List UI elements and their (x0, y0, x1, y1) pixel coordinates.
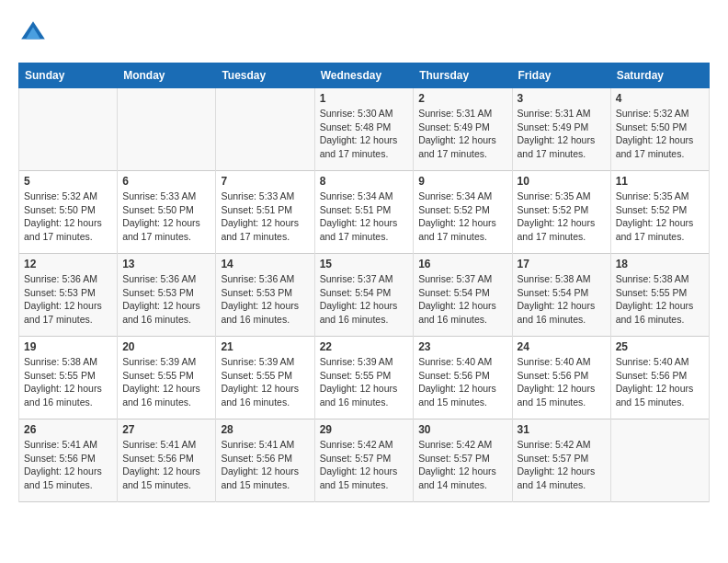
day-number: 28 (221, 423, 309, 436)
day-number: 27 (122, 423, 210, 436)
week-row-3: 12Sunrise: 5:36 AM Sunset: 5:53 PM Dayli… (19, 254, 710, 337)
day-info: Sunrise: 5:30 AM Sunset: 5:48 PM Dayligh… (320, 107, 409, 161)
day-number: 4 (616, 92, 704, 105)
day-info: Sunrise: 5:42 AM Sunset: 5:57 PM Dayligh… (418, 438, 506, 492)
day-info: Sunrise: 5:36 AM Sunset: 5:53 PM Dayligh… (221, 272, 309, 327)
day-info: Sunrise: 5:39 AM Sunset: 5:55 PM Dayligh… (320, 355, 409, 409)
day-number: 14 (221, 258, 309, 270)
day-number: 12 (24, 258, 112, 270)
day-info: Sunrise: 5:38 AM Sunset: 5:54 PM Dayligh… (518, 272, 606, 327)
day-number: 19 (24, 340, 112, 353)
day-number: 11 (616, 175, 704, 188)
weekday-header-wednesday: Wednesday (314, 63, 414, 88)
weekday-header-monday: Monday (118, 63, 216, 88)
calendar-cell: 29Sunrise: 5:42 AM Sunset: 5:57 PM Dayli… (314, 419, 414, 502)
calendar-cell: 24Sunrise: 5:40 AM Sunset: 5:56 PM Dayli… (512, 337, 610, 419)
week-row-1: 1Sunrise: 5:30 AM Sunset: 5:48 PM Daylig… (19, 88, 710, 171)
calendar-cell: 5Sunrise: 5:32 AM Sunset: 5:50 PM Daylig… (19, 171, 118, 254)
calendar-cell (610, 419, 709, 502)
day-number: 15 (320, 258, 409, 270)
calendar-cell: 19Sunrise: 5:38 AM Sunset: 5:55 PM Dayli… (19, 337, 118, 419)
day-info: Sunrise: 5:32 AM Sunset: 5:50 PM Dayligh… (24, 190, 112, 244)
day-number: 23 (418, 340, 506, 353)
day-number: 3 (518, 92, 606, 105)
calendar-cell: 27Sunrise: 5:41 AM Sunset: 5:56 PM Dayli… (118, 419, 216, 502)
day-number: 26 (24, 423, 112, 436)
calendar-cell: 16Sunrise: 5:37 AM Sunset: 5:54 PM Dayli… (414, 254, 512, 337)
weekday-header-tuesday: Tuesday (216, 63, 314, 88)
calendar-cell: 21Sunrise: 5:39 AM Sunset: 5:55 PM Dayli… (216, 337, 314, 419)
calendar-cell: 31Sunrise: 5:42 AM Sunset: 5:57 PM Dayli… (512, 419, 610, 502)
day-number: 21 (221, 340, 309, 353)
day-info: Sunrise: 5:31 AM Sunset: 5:49 PM Dayligh… (518, 107, 606, 161)
day-info: Sunrise: 5:40 AM Sunset: 5:56 PM Dayligh… (518, 355, 606, 409)
day-number: 20 (122, 340, 210, 353)
day-info: Sunrise: 5:37 AM Sunset: 5:54 PM Dayligh… (320, 272, 409, 327)
calendar-cell: 1Sunrise: 5:30 AM Sunset: 5:48 PM Daylig… (314, 88, 414, 171)
calendar-cell: 13Sunrise: 5:36 AM Sunset: 5:53 PM Dayli… (118, 254, 216, 337)
calendar-table: SundayMondayTuesdayWednesdayThursdayFrid… (18, 63, 710, 502)
calendar-cell: 3Sunrise: 5:31 AM Sunset: 5:49 PM Daylig… (512, 88, 610, 171)
day-info: Sunrise: 5:42 AM Sunset: 5:57 PM Dayligh… (518, 438, 606, 492)
day-info: Sunrise: 5:36 AM Sunset: 5:53 PM Dayligh… (122, 272, 210, 327)
day-number: 24 (518, 340, 606, 353)
calendar-cell (216, 88, 314, 171)
day-number: 22 (320, 340, 409, 353)
day-number: 17 (518, 258, 606, 270)
day-number: 2 (418, 92, 506, 105)
calendar-cell: 7Sunrise: 5:33 AM Sunset: 5:51 PM Daylig… (216, 171, 314, 254)
day-info: Sunrise: 5:33 AM Sunset: 5:50 PM Dayligh… (122, 190, 210, 244)
calendar-cell: 8Sunrise: 5:34 AM Sunset: 5:51 PM Daylig… (314, 171, 414, 254)
calendar-cell: 23Sunrise: 5:40 AM Sunset: 5:56 PM Dayli… (414, 337, 512, 419)
day-info: Sunrise: 5:42 AM Sunset: 5:57 PM Dayligh… (320, 438, 409, 492)
calendar-cell (118, 88, 216, 171)
day-info: Sunrise: 5:38 AM Sunset: 5:55 PM Dayligh… (616, 272, 704, 327)
day-info: Sunrise: 5:41 AM Sunset: 5:56 PM Dayligh… (24, 438, 112, 492)
calendar-body: 1Sunrise: 5:30 AM Sunset: 5:48 PM Daylig… (19, 88, 710, 502)
calendar-cell: 2Sunrise: 5:31 AM Sunset: 5:49 PM Daylig… (414, 88, 512, 171)
day-number: 5 (24, 175, 112, 188)
calendar-cell: 11Sunrise: 5:35 AM Sunset: 5:52 PM Dayli… (610, 171, 709, 254)
day-info: Sunrise: 5:31 AM Sunset: 5:49 PM Dayligh… (418, 107, 506, 161)
day-number: 18 (616, 258, 704, 270)
calendar-header: SundayMondayTuesdayWednesdayThursdayFrid… (19, 63, 710, 88)
weekday-header-sunday: Sunday (19, 63, 118, 88)
calendar-cell: 4Sunrise: 5:32 AM Sunset: 5:50 PM Daylig… (610, 88, 709, 171)
day-number: 13 (122, 258, 210, 270)
logo-icon (18, 18, 48, 48)
day-info: Sunrise: 5:40 AM Sunset: 5:56 PM Dayligh… (616, 355, 704, 409)
day-info: Sunrise: 5:37 AM Sunset: 5:54 PM Dayligh… (418, 272, 506, 327)
calendar-cell: 26Sunrise: 5:41 AM Sunset: 5:56 PM Dayli… (19, 419, 118, 502)
day-info: Sunrise: 5:41 AM Sunset: 5:56 PM Dayligh… (221, 438, 309, 492)
day-number: 1 (320, 92, 409, 105)
calendar-cell: 10Sunrise: 5:35 AM Sunset: 5:52 PM Dayli… (512, 171, 610, 254)
day-info: Sunrise: 5:35 AM Sunset: 5:52 PM Dayligh… (616, 190, 704, 244)
day-info: Sunrise: 5:39 AM Sunset: 5:55 PM Dayligh… (221, 355, 309, 409)
weekday-header-thursday: Thursday (414, 63, 512, 88)
day-number: 6 (122, 175, 210, 188)
calendar-cell: 15Sunrise: 5:37 AM Sunset: 5:54 PM Dayli… (314, 254, 414, 337)
day-info: Sunrise: 5:34 AM Sunset: 5:52 PM Dayligh… (418, 190, 506, 244)
day-number: 25 (616, 340, 704, 353)
calendar-cell: 28Sunrise: 5:41 AM Sunset: 5:56 PM Dayli… (216, 419, 314, 502)
day-info: Sunrise: 5:36 AM Sunset: 5:53 PM Dayligh… (24, 272, 112, 327)
calendar-cell: 25Sunrise: 5:40 AM Sunset: 5:56 PM Dayli… (610, 337, 709, 419)
day-info: Sunrise: 5:39 AM Sunset: 5:55 PM Dayligh… (122, 355, 210, 409)
day-number: 30 (418, 423, 506, 436)
day-number: 29 (320, 423, 409, 436)
calendar-cell: 14Sunrise: 5:36 AM Sunset: 5:53 PM Dayli… (216, 254, 314, 337)
weekday-header-friday: Friday (512, 63, 610, 88)
calendar-cell: 17Sunrise: 5:38 AM Sunset: 5:54 PM Dayli… (512, 254, 610, 337)
calendar-cell: 6Sunrise: 5:33 AM Sunset: 5:50 PM Daylig… (118, 171, 216, 254)
week-row-4: 19Sunrise: 5:38 AM Sunset: 5:55 PM Dayli… (19, 337, 710, 419)
calendar-cell: 9Sunrise: 5:34 AM Sunset: 5:52 PM Daylig… (414, 171, 512, 254)
calendar-cell: 22Sunrise: 5:39 AM Sunset: 5:55 PM Dayli… (314, 337, 414, 419)
day-number: 16 (418, 258, 506, 270)
calendar-cell (19, 88, 118, 171)
weekday-header-row: SundayMondayTuesdayWednesdayThursdayFrid… (19, 63, 710, 88)
day-info: Sunrise: 5:41 AM Sunset: 5:56 PM Dayligh… (122, 438, 210, 492)
calendar-cell: 30Sunrise: 5:42 AM Sunset: 5:57 PM Dayli… (414, 419, 512, 502)
day-info: Sunrise: 5:40 AM Sunset: 5:56 PM Dayligh… (418, 355, 506, 409)
day-number: 8 (320, 175, 409, 188)
calendar-cell: 18Sunrise: 5:38 AM Sunset: 5:55 PM Dayli… (610, 254, 709, 337)
